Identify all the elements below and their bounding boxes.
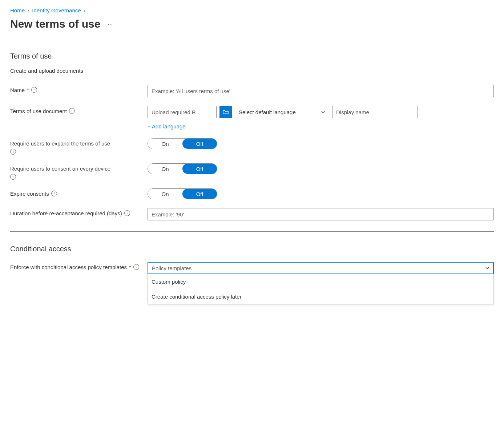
required-asterisk: *	[129, 264, 131, 270]
breadcrumb-home[interactable]: Home	[10, 7, 25, 13]
section-subtitle-tou: Create and upload documents	[10, 68, 494, 74]
more-icon[interactable]: ···	[105, 20, 115, 28]
toggle-on[interactable]: On	[148, 189, 182, 199]
policy-template-select[interactable]: Policy templates	[148, 262, 494, 274]
info-icon[interactable]: i	[31, 87, 37, 93]
toggle-on[interactable]: On	[148, 164, 182, 174]
label-consent-every-device-text: Require users to consent on every device	[10, 165, 148, 172]
document-row: Upload required P... Select default lang…	[148, 106, 494, 118]
page-title-row: New terms of use ···	[10, 18, 494, 30]
section-title-tou: Terms of use	[10, 52, 494, 60]
label-consent-every-device: Require users to consent on every device…	[10, 163, 148, 180]
language-select[interactable]: Select default language	[235, 106, 329, 118]
policy-option-create-later[interactable]: Create conditional access policy later	[148, 289, 493, 304]
row-name: Name * i	[10, 85, 494, 97]
control-document: Upload required P... Select default lang…	[148, 106, 494, 129]
browse-folder-button[interactable]	[219, 106, 232, 118]
name-input[interactable]	[148, 85, 494, 97]
info-icon[interactable]: i	[10, 149, 16, 155]
label-document-text: Terms of use document	[10, 108, 67, 114]
language-select-text: Select default language	[239, 109, 296, 115]
folder-icon	[222, 109, 229, 115]
info-icon[interactable]: i	[10, 174, 16, 180]
display-name-input[interactable]	[332, 106, 418, 118]
section-divider	[10, 231, 494, 232]
breadcrumb-identity-governance[interactable]: Identity Governance	[32, 7, 81, 13]
info-icon[interactable]: i	[124, 210, 130, 216]
chevron-right-icon: ›	[84, 8, 85, 13]
chevron-right-icon: ›	[28, 8, 29, 13]
label-require-expand: Require users to expand the terms of use…	[10, 138, 148, 155]
label-duration: Duration before re-acceptance required (…	[10, 208, 148, 216]
toggle-off[interactable]: Off	[182, 164, 217, 174]
label-require-expand-text: Require users to expand the terms of use	[10, 140, 148, 147]
label-expire-consents: Expire consents i	[10, 188, 148, 197]
policy-option-custom[interactable]: Custom policy	[148, 274, 493, 289]
row-duration: Duration before re-acceptance required (…	[10, 208, 494, 220]
required-asterisk: *	[27, 87, 29, 93]
row-expire-consents: Expire consents i On Off	[10, 188, 494, 199]
row-enforce-ca: Enforce with conditional access policy t…	[10, 262, 494, 304]
duration-input[interactable]	[148, 208, 494, 220]
upload-pdf-input[interactable]: Upload required P...	[148, 106, 217, 118]
info-icon[interactable]: i	[51, 191, 57, 196]
label-name-text: Name	[10, 87, 25, 93]
toggle-off[interactable]: Off	[182, 189, 217, 199]
chevron-down-icon	[485, 266, 489, 270]
section-title-ca: Conditional access	[10, 245, 494, 253]
control-enforce-ca: Policy templates Custom policy Create co…	[148, 262, 494, 304]
control-consent-every-device: On Off	[148, 163, 494, 174]
label-enforce-ca-text: Enforce with conditional access policy t…	[10, 264, 127, 270]
row-document: Terms of use document i Upload required …	[10, 106, 494, 129]
control-duration	[148, 208, 494, 220]
page-title: New terms of use	[10, 18, 100, 30]
policy-template-dropdown: Custom policy Create conditional access …	[148, 274, 494, 304]
toggle-off[interactable]: Off	[182, 139, 217, 149]
row-consent-every-device: Require users to consent on every device…	[10, 163, 494, 180]
label-enforce-ca: Enforce with conditional access policy t…	[10, 262, 148, 270]
info-icon[interactable]: i	[133, 264, 139, 270]
toggle-on[interactable]: On	[148, 139, 182, 149]
label-document: Terms of use document i	[10, 106, 148, 114]
toggle-expire-consents[interactable]: On Off	[148, 188, 217, 199]
control-name	[148, 85, 494, 97]
row-require-expand: Require users to expand the terms of use…	[10, 138, 494, 155]
policy-template-select-text: Policy templates	[152, 265, 191, 271]
toggle-consent-every-device[interactable]: On Off	[148, 163, 217, 174]
chevron-down-icon	[321, 110, 325, 114]
label-expire-consents-text: Expire consents	[10, 191, 49, 197]
control-expire-consents: On Off	[148, 188, 494, 199]
breadcrumb: Home › Identity Governance ›	[10, 7, 494, 13]
label-name: Name * i	[10, 85, 148, 93]
toggle-require-expand[interactable]: On Off	[148, 138, 217, 149]
control-require-expand: On Off	[148, 138, 494, 149]
add-language-link[interactable]: + Add language	[148, 123, 186, 129]
label-duration-text: Duration before re-acceptance required (…	[10, 210, 122, 216]
info-icon[interactable]: i	[69, 108, 75, 114]
